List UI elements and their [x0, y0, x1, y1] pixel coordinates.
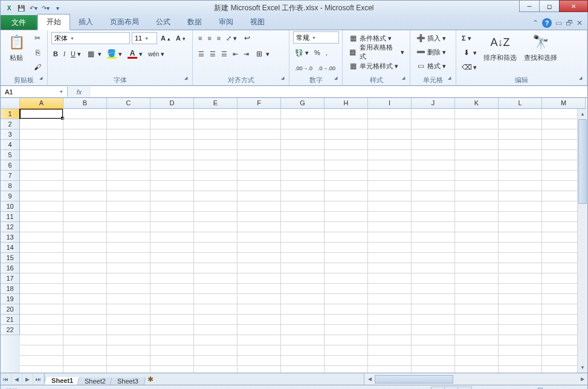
bold-button[interactable]: B: [51, 47, 60, 60]
save-icon[interactable]: 💾: [16, 4, 26, 13]
row-header[interactable]: 17: [1, 273, 20, 284]
align-bottom-button[interactable]: ≡: [215, 31, 222, 45]
first-sheet-icon[interactable]: ⏮: [1, 373, 11, 385]
page-layout-view-icon[interactable]: ▤: [445, 387, 458, 390]
clear-button[interactable]: ⌫▾: [460, 60, 479, 74]
row-header[interactable]: 13: [1, 232, 20, 243]
column-header[interactable]: M: [542, 98, 586, 109]
column-header[interactable]: D: [150, 98, 194, 109]
help-icon[interactable]: ?: [542, 18, 552, 28]
column-header[interactable]: H: [325, 98, 368, 109]
increase-indent-button[interactable]: ⇥: [242, 47, 251, 60]
font-size-combo[interactable]: 11▼: [132, 32, 157, 44]
next-sheet-icon[interactable]: ▶: [22, 373, 33, 385]
column-header[interactable]: E: [194, 98, 237, 109]
fill-button[interactable]: ⬇▾: [460, 46, 479, 59]
last-sheet-icon[interactable]: ⏭: [33, 373, 44, 385]
fill-color-button[interactable]: 🪣▾: [105, 47, 124, 60]
tab-data[interactable]: 数据: [179, 15, 210, 30]
column-header[interactable]: A: [20, 98, 63, 109]
row-header[interactable]: 10: [1, 201, 20, 212]
column-header[interactable]: L: [499, 98, 542, 109]
row-header[interactable]: 14: [1, 243, 20, 253]
column-header[interactable]: G: [281, 98, 325, 109]
row-header[interactable]: 11: [1, 212, 20, 222]
currency-button[interactable]: 💱▾: [293, 46, 311, 59]
align-center-button[interactable]: ☰: [208, 47, 218, 60]
excel-icon[interactable]: X: [4, 4, 14, 13]
column-header[interactable]: C: [107, 98, 150, 109]
tab-insert[interactable]: 插入: [70, 15, 102, 30]
underline-button[interactable]: U▾: [69, 47, 83, 60]
cell-styles-button[interactable]: ▦单元格样式▾: [346, 59, 400, 73]
tab-layout[interactable]: 页面布局: [102, 15, 147, 30]
row-header[interactable]: 2: [1, 119, 20, 129]
window-close-icon[interactable]: ✕: [577, 19, 583, 27]
shrink-font-button[interactable]: A▾: [174, 31, 187, 45]
select-all-corner[interactable]: [1, 98, 20, 109]
column-header[interactable]: I: [368, 98, 412, 109]
increase-decimal-button[interactable]: .00→.0: [293, 62, 314, 75]
page-break-view-icon[interactable]: ▥: [458, 387, 471, 390]
window-restore-icon[interactable]: 🗗: [566, 19, 573, 27]
autosum-button[interactable]: Σ▾: [460, 31, 479, 45]
hscroll-thumb[interactable]: [375, 375, 453, 384]
row-header[interactable]: 21: [1, 315, 20, 325]
column-header[interactable]: B: [63, 98, 107, 109]
decrease-decimal-button[interactable]: .0→.00: [316, 62, 337, 75]
row-header[interactable]: 19: [1, 294, 20, 304]
row-header[interactable]: 15: [1, 253, 20, 263]
sheet-tab[interactable]: Sheet1: [44, 377, 81, 385]
row-header[interactable]: 6: [1, 160, 20, 171]
prev-sheet-icon[interactable]: ◀: [11, 373, 22, 385]
minimize-ribbon-icon[interactable]: ⌃: [532, 19, 538, 27]
insert-cells-button[interactable]: ➕插入▾: [414, 31, 448, 45]
font-color-button[interactable]: A▾: [126, 47, 144, 60]
tab-home[interactable]: 开始: [37, 14, 70, 30]
redo-icon[interactable]: ↷▾: [40, 4, 50, 13]
qat-dropdown-icon[interactable]: ▾: [53, 4, 62, 13]
row-header[interactable]: 7: [1, 171, 20, 181]
row-header[interactable]: 3: [1, 129, 20, 140]
scroll-right-icon[interactable]: ▶: [577, 376, 587, 382]
format-cells-button[interactable]: ▭格式▾: [414, 59, 448, 73]
cut-button[interactable]: ✂: [31, 31, 44, 45]
row-header[interactable]: 4: [1, 140, 20, 150]
row-header[interactable]: 20: [1, 304, 20, 315]
font-name-combo[interactable]: 宋体▼: [51, 32, 130, 44]
active-cell[interactable]: [19, 109, 63, 119]
align-top-button[interactable]: ≡: [196, 31, 204, 45]
horizontal-scrollbar[interactable]: ◀ ▶: [364, 373, 587, 385]
column-header[interactable]: F: [237, 98, 281, 109]
number-format-combo[interactable]: 常规▼: [293, 31, 339, 44]
delete-cells-button[interactable]: ➖删除▾: [414, 45, 448, 59]
scroll-left-icon[interactable]: ◀: [364, 376, 375, 382]
format-table-button[interactable]: ▦套用表格格式▾: [346, 45, 406, 59]
grow-font-button[interactable]: A▴: [159, 31, 172, 45]
comma-button[interactable]: ,: [324, 46, 329, 59]
row-header[interactable]: 12: [1, 222, 20, 232]
row-header[interactable]: 22: [1, 325, 20, 335]
sheet-tab[interactable]: Sheet2: [77, 378, 113, 385]
align-left-button[interactable]: ☰: [196, 47, 206, 60]
tab-formulas[interactable]: 公式: [147, 15, 179, 30]
decrease-indent-button[interactable]: ⇤: [231, 47, 240, 60]
cells-area[interactable]: [20, 109, 587, 373]
vertical-scrollbar[interactable]: ▲ ▼: [577, 109, 587, 373]
find-select-button[interactable]: 🔭 查找和选择: [522, 31, 560, 64]
column-header[interactable]: J: [412, 98, 455, 109]
row-header[interactable]: 1: [1, 109, 20, 119]
scroll-down-icon[interactable]: ▼: [578, 362, 587, 373]
minimize-button[interactable]: ─: [519, 0, 540, 12]
tab-file[interactable]: 文件: [1, 15, 37, 30]
undo-icon[interactable]: ↶▾: [28, 4, 38, 13]
row-header[interactable]: 16: [1, 263, 20, 273]
tab-view[interactable]: 视图: [242, 15, 273, 30]
percent-button[interactable]: %: [312, 46, 322, 59]
vscroll-thumb[interactable]: [578, 119, 587, 204]
window-minimize-icon[interactable]: ▭: [555, 19, 562, 27]
align-right-button[interactable]: ☰: [219, 47, 229, 60]
scroll-up-icon[interactable]: ▲: [578, 109, 587, 119]
wrap-text-button[interactable]: ↩: [241, 31, 254, 45]
column-header[interactable]: K: [455, 98, 499, 109]
